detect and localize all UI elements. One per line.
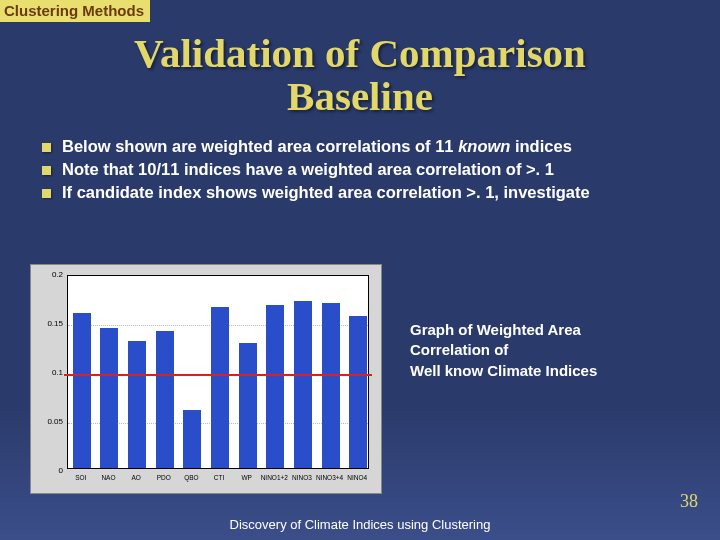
- footer-text: Discovery of Climate Indices using Clust…: [0, 517, 720, 532]
- y-tick-label: 0: [35, 466, 63, 475]
- bar: [183, 410, 201, 468]
- bar: [156, 331, 174, 468]
- x-tick-label: QBO: [184, 474, 198, 481]
- bar: [266, 305, 284, 468]
- slide-title: Validation of Comparison Baseline: [0, 32, 720, 118]
- x-tick-label: NINO3: [292, 474, 312, 481]
- x-tick-label: WP: [241, 474, 251, 481]
- y-tick-label: 0.15: [35, 319, 63, 328]
- bar-chart: 00.050.10.150.2SOINAOAOPDOQBOCTIWPNINO1+…: [30, 264, 382, 494]
- x-tick-label: PDO: [157, 474, 171, 481]
- x-tick-label: NINO4: [347, 474, 367, 481]
- bullet-text-pre: Note that 10/11 indices have a weighted …: [62, 160, 554, 178]
- section-header: Clustering Methods: [0, 0, 150, 22]
- x-tick-label: SOI: [75, 474, 86, 481]
- x-tick-label: NINO1+2: [261, 474, 288, 481]
- threshold-line: [64, 374, 372, 376]
- y-tick-label: 0.2: [35, 270, 63, 279]
- bar: [211, 307, 229, 468]
- bullet-item: If candidate index shows weighted area c…: [36, 182, 692, 203]
- bullet-item: Below shown are weighted area correlatio…: [36, 136, 692, 157]
- bullet-text-pre: Below shown are weighted area correlatio…: [62, 137, 458, 155]
- x-tick-label: AO: [131, 474, 140, 481]
- title-line-1: Validation of Comparison: [134, 30, 586, 76]
- bar: [322, 303, 340, 468]
- y-tick-label: 0.05: [35, 417, 63, 426]
- bar: [349, 316, 367, 468]
- plot-area: [67, 275, 369, 469]
- bullet-list: Below shown are weighted area correlatio…: [36, 136, 692, 205]
- bullet-item: Note that 10/11 indices have a weighted …: [36, 159, 692, 180]
- bullet-text-italic: known: [458, 137, 510, 155]
- bullet-text-post: indices: [510, 137, 571, 155]
- x-tick-label: CTI: [214, 474, 224, 481]
- bar: [239, 343, 257, 468]
- caption-line: Graph of Weighted Area: [410, 321, 581, 338]
- title-line-2: Baseline: [287, 73, 433, 119]
- bullet-text-pre: If candidate index shows weighted area c…: [62, 183, 590, 201]
- bar: [294, 301, 312, 468]
- y-tick-label: 0.1: [35, 368, 63, 377]
- x-tick-label: NINO3+4: [316, 474, 343, 481]
- bar: [73, 313, 91, 468]
- bar: [128, 341, 146, 468]
- bar: [100, 328, 118, 468]
- page-number: 38: [680, 491, 698, 512]
- caption-line: Well know Climate Indices: [410, 362, 597, 379]
- x-tick-label: NAO: [101, 474, 115, 481]
- chart-caption: Graph of Weighted Area Correlation of We…: [410, 320, 702, 381]
- caption-line: Correlation of: [410, 341, 508, 358]
